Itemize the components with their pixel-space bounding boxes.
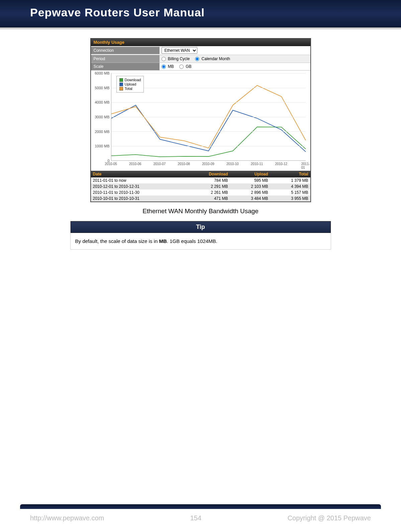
row-scale: Scale MB GB	[91, 63, 310, 71]
tip-title: Tip	[71, 221, 331, 233]
label-scale: Scale	[91, 63, 160, 70]
period-opt1-label: Billing Cycle	[168, 56, 190, 61]
tip-pre: By default, the scale of data size is in	[75, 238, 159, 244]
y-tick: 6000 MB	[95, 71, 109, 75]
col-total: Total	[268, 172, 308, 176]
label-connection: Connection	[91, 47, 160, 54]
figure-caption: Ethernet WAN Monthly Bandwidth Usage	[3, 208, 398, 215]
connection-select[interactable]: Ethernet WAN	[162, 47, 197, 54]
row-connection: Connection Ethernet WAN	[91, 46, 310, 55]
x-tick: 2010-12	[275, 162, 287, 166]
legend-download: Download	[125, 78, 141, 82]
col-upload: Upload	[228, 172, 268, 176]
tip-bold: MB	[159, 238, 167, 244]
legend-upload: Upload	[125, 82, 136, 86]
y-tick: 3000 MB	[95, 115, 109, 119]
y-tick: 5000 MB	[95, 86, 109, 90]
x-tick: 2010-05	[105, 162, 117, 166]
usage-panel: Monthly Usage Connection Ethernet WAN Pe…	[90, 38, 311, 202]
x-tick: 2010-11	[251, 162, 263, 166]
panel-title: Monthly Usage	[91, 39, 310, 46]
table-row: 2011-01-01 to now784 MB595 MB1 379 MB	[91, 177, 310, 183]
page-title: Pepwave Routers User Manual	[0, 0, 401, 27]
x-tick: 2010-08	[178, 162, 190, 166]
tip-box: Tip By default, the scale of data size i…	[70, 221, 331, 250]
scale-gb[interactable]: GB	[179, 64, 192, 69]
tip-body: By default, the scale of data size is in…	[71, 233, 331, 249]
legend-total: Total	[125, 87, 132, 91]
x-tick: 2010-07	[154, 162, 166, 166]
table-row: 2010-11-01 to 2010-11-302 261 MB2 896 MB…	[91, 189, 310, 195]
table-body: 2011-01-01 to now784 MB595 MB1 379 MB201…	[91, 177, 310, 202]
scale-opt2-label: GB	[186, 64, 191, 69]
x-tick: 2010-06	[129, 162, 141, 166]
scale-opt1-label: MB	[168, 64, 174, 69]
label-period: Period	[91, 55, 160, 62]
period-billing[interactable]: Billing Cycle	[162, 56, 190, 61]
tip-post: . 1GB equals 1024MB.	[167, 238, 217, 244]
chart: 01000 MB2000 MB3000 MB4000 MB5000 MB6000…	[91, 71, 310, 171]
row-period: Period Billing Cycle Calendar Month	[91, 55, 310, 63]
x-tick: 2011-01	[301, 162, 310, 169]
table-row: 2010-10-01 to 2010-10-31471 MB3 484 MB3 …	[91, 195, 310, 202]
y-tick: 4000 MB	[95, 100, 109, 104]
scale-mb[interactable]: MB	[162, 64, 174, 69]
x-tick: 2010-10	[226, 162, 239, 166]
table-row: 2010-12-01 to 2010-12-312 291 MB2 103 MB…	[91, 183, 310, 189]
x-tick: 2010-09	[202, 162, 214, 166]
y-tick: 2000 MB	[95, 130, 109, 134]
y-tick: 1000 MB	[95, 144, 109, 148]
chart-legend: Download Upload Total	[116, 76, 144, 93]
header-shadow	[0, 27, 401, 30]
col-download: Download	[188, 172, 228, 176]
period-calendar[interactable]: Calendar Month	[195, 56, 230, 61]
period-opt2-label: Calendar Month	[202, 56, 230, 61]
col-date: Date	[93, 172, 188, 176]
table-header: Date Download Upload Total	[91, 171, 310, 177]
